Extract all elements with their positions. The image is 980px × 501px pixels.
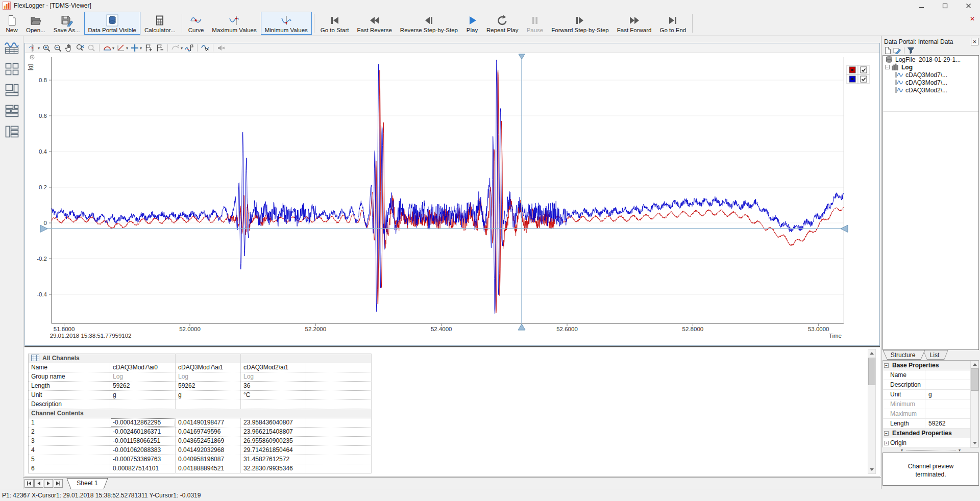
- x-cursor-top-handle[interactable]: [519, 54, 525, 59]
- tree-expander-icon[interactable]: −: [885, 65, 890, 69]
- property-value[interactable]: [925, 380, 970, 389]
- chart-tool-flag-curve-button[interactable]: [184, 43, 195, 53]
- chart-tool-curve-transform-button[interactable]: ▾: [170, 43, 184, 53]
- table-row-name[interactable]: NamecDAQ3Mod7\ai0cDAQ3Mod7\ai1cDAQ3Mod2\…: [29, 363, 372, 372]
- chart-tool-crosshair-cursor-button[interactable]: ▾: [129, 43, 143, 53]
- table-row[interactable]: 2-0.0024601863710.0416974959623.96621540…: [29, 427, 372, 436]
- property-group-base-properties[interactable]: −Base Properties: [883, 361, 970, 370]
- toolbar-button-fast-reverse[interactable]: Fast Reverse: [353, 12, 396, 35]
- tab-list[interactable]: List: [930, 352, 940, 359]
- property-length[interactable]: Length59262: [883, 419, 970, 429]
- property-value[interactable]: [925, 399, 970, 409]
- property-value[interactable]: [925, 409, 970, 418]
- next-sheet-button[interactable]: [44, 479, 53, 488]
- layout-button-view-quad[interactable]: [4, 61, 20, 77]
- toolbar-button-open[interactable]: Open...: [22, 12, 50, 35]
- toolbar-button-calculator[interactable]: Calculator...: [140, 12, 180, 35]
- chart-tool-curve-pointer-button[interactable]: [200, 43, 211, 53]
- layout-button-view-curve-table[interactable]: [4, 40, 20, 56]
- toolbar-button-go-to-start[interactable]: Go to Start: [316, 12, 353, 35]
- chart-table-splitter[interactable]: [24, 346, 880, 347]
- property-description[interactable]: Description: [883, 380, 970, 390]
- toolbar-button-maximum-values[interactable]: Maximum Values: [208, 12, 260, 35]
- toolbar-button-go-to-end[interactable]: Go to End: [655, 12, 690, 35]
- close-document-button[interactable]: ✕: [970, 15, 975, 22]
- legend-checkbox-cdaq3mod7-ai0[interactable]: [861, 67, 867, 73]
- property-group-extended-properties[interactable]: −Extended Properties: [883, 429, 970, 438]
- table-row[interactable]: 5-0.0007533697630.04095819608731.4582761…: [29, 455, 372, 464]
- table-scroll-thumb[interactable]: [868, 358, 875, 385]
- x-cursor-bottom-handle[interactable]: [518, 324, 525, 330]
- collapse-icon[interactable]: −: [884, 363, 889, 368]
- properties-scroll-up-button[interactable]: [971, 361, 978, 368]
- tab-sheet-1[interactable]: Sheet 1: [66, 478, 109, 489]
- properties-scroll-thumb[interactable]: [971, 368, 978, 391]
- chart-tool-scale-axes-button[interactable]: ▾: [115, 43, 129, 53]
- toolbar-button-save-as[interactable]: Save As...: [50, 12, 84, 35]
- property-origin[interactable]: +Origin: [883, 438, 970, 448]
- table-row[interactable]: 4-0.0010620883830.04149203296829.7142618…: [29, 445, 372, 455]
- y-cursor-right-handle[interactable]: [841, 225, 848, 232]
- layout-button-view-list[interactable]: [4, 124, 20, 139]
- toolbar-button-data-portal-visible[interactable]: Data Portal Visible: [84, 12, 140, 35]
- property-unit[interactable]: Unitg: [883, 390, 970, 399]
- table-scrollbar[interactable]: [868, 349, 876, 474]
- toolbar-button-reverse-step-by-step[interactable]: Reverse Step-by-Step: [396, 12, 462, 35]
- toolbar-button-minimum-values[interactable]: Minimum Values: [261, 12, 312, 35]
- toolbar-button-repeat-play[interactable]: Repeat Play: [482, 12, 523, 35]
- data-portal-close-button[interactable]: ✕: [971, 38, 978, 45]
- last-sheet-button[interactable]: [54, 479, 63, 488]
- toolbar-button-new[interactable]: New: [2, 12, 22, 35]
- table-row-description[interactable]: Description: [29, 399, 372, 409]
- table-row[interactable]: 3-0.0011580662510.04365245186926.9558609…: [29, 436, 372, 445]
- tree-item-cdaq3mod7-3[interactable]: cDAQ3Mod7\...: [883, 79, 978, 86]
- y-cursor-left-handle[interactable]: [40, 225, 47, 232]
- previous-sheet-button[interactable]: [34, 479, 43, 488]
- chart-tool-band-cursor-button[interactable]: ▾: [27, 43, 41, 53]
- table-row[interactable]: 60.0008275141010.04188889452132.28307993…: [29, 464, 372, 473]
- chart-tool-zoom-off-button[interactable]: [75, 43, 86, 53]
- tab-structure[interactable]: Structure: [891, 352, 916, 359]
- property-minimum[interactable]: Minimum: [883, 399, 970, 409]
- property-name[interactable]: Name: [883, 370, 970, 380]
- properties-scrollbar[interactable]: [970, 361, 978, 447]
- chart-tool-pan-button[interactable]: [63, 43, 75, 53]
- property-value[interactable]: 59262: [925, 419, 970, 428]
- chart-tool-zoom-in-button[interactable]: [41, 43, 52, 53]
- chart-area[interactable]: 0.80.60.40.20-0.2-0.451.800052.000052.20…: [25, 53, 879, 345]
- property-value[interactable]: g: [925, 390, 970, 399]
- table-row[interactable]: 1-0.0004128622950.04149019847723.9584360…: [29, 418, 372, 427]
- properties-preview-splitter[interactable]: ▼ ▼: [881, 447, 980, 453]
- table-scroll-up-button[interactable]: [868, 349, 875, 357]
- toolbar-button-curve[interactable]: Curve: [184, 12, 208, 35]
- chart-tool-zoom-undo-button[interactable]: [86, 43, 97, 53]
- layout-button-view-rows[interactable]: [4, 103, 20, 118]
- chart-tool-add-flag-button[interactable]: [143, 43, 154, 53]
- property-value[interactable]: [925, 370, 970, 380]
- chart-svg[interactable]: 0.80.60.40.20-0.2-0.451.800052.000052.20…: [25, 53, 880, 345]
- layout-button-view-mixed[interactable]: [4, 82, 20, 97]
- chart-tool-audio-mute-button[interactable]: [215, 43, 227, 53]
- toolbar-button-pause[interactable]: Pause: [523, 12, 548, 35]
- table-scroll-down-button[interactable]: [868, 466, 875, 473]
- toolbar-button-play[interactable]: Play: [462, 12, 482, 35]
- expand-icon[interactable]: +: [884, 441, 889, 445]
- table-row-length[interactable]: Length592625926236: [29, 381, 372, 390]
- toolbar-button-forward-step-by-step[interactable]: Forward Step-by-Step: [547, 12, 613, 35]
- portal-filter-icon[interactable]: [907, 47, 915, 54]
- table-row-group-name[interactable]: Group nameLogLogLog: [29, 372, 372, 381]
- chart-tool-zoom-out-button[interactable]: [52, 43, 63, 53]
- tree-item-log-1[interactable]: −Log: [883, 63, 978, 71]
- maximize-button[interactable]: [933, 0, 957, 11]
- tree-item-logfile-2018-01-29-1-0[interactable]: LogFile_2018-01-29-1...: [883, 56, 978, 63]
- chart-tool-ellipse-cursor-button[interactable]: ▾: [102, 43, 115, 53]
- first-sheet-button[interactable]: [24, 479, 34, 488]
- chart-tool-remove-flag-button[interactable]: [154, 43, 165, 53]
- toolbar-button-fast-forward[interactable]: Fast Forward: [613, 12, 656, 35]
- table-row-unit[interactable]: Unitgg°C: [29, 390, 372, 399]
- properties-scroll-down-button[interactable]: [971, 439, 978, 447]
- close-button[interactable]: [957, 0, 980, 11]
- tree-item-cdaq3mod2-4[interactable]: cDAQ3Mod2\...: [883, 86, 978, 94]
- legend-checkbox-cdaq3mod7-ai1[interactable]: [861, 76, 867, 82]
- collapse-icon[interactable]: −: [884, 431, 889, 436]
